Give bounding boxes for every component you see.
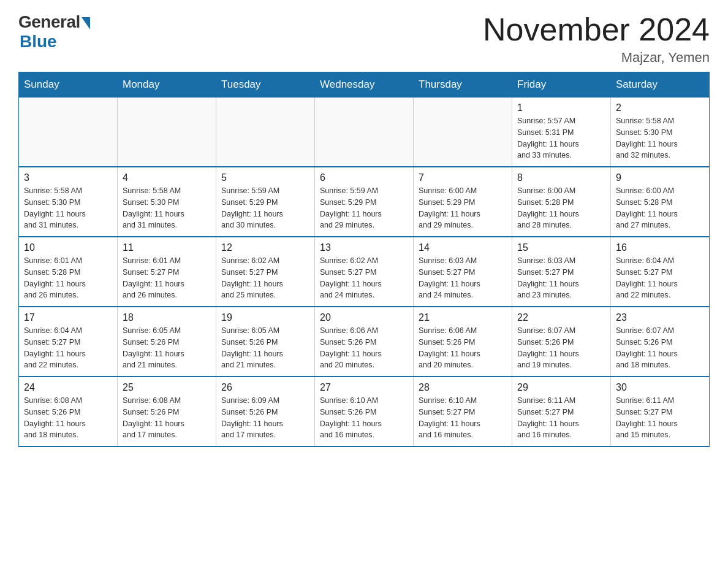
calendar-day-cell: 7Sunrise: 6:00 AM Sunset: 5:29 PM Daylig… <box>414 167 512 237</box>
calendar-day-cell: 29Sunrise: 6:11 AM Sunset: 5:27 PM Dayli… <box>512 377 611 446</box>
day-number: 3 <box>24 172 112 183</box>
day-info: Sunrise: 6:02 AM Sunset: 5:27 PM Dayligh… <box>320 255 408 301</box>
day-info: Sunrise: 5:59 AM Sunset: 5:29 PM Dayligh… <box>221 185 309 231</box>
day-info: Sunrise: 6:10 AM Sunset: 5:27 PM Dayligh… <box>419 395 507 441</box>
calendar-day-cell: 13Sunrise: 6:02 AM Sunset: 5:27 PM Dayli… <box>315 237 414 307</box>
day-number: 30 <box>616 382 704 393</box>
day-info: Sunrise: 6:00 AM Sunset: 5:28 PM Dayligh… <box>616 185 704 231</box>
logo-general-text: General <box>18 12 80 32</box>
day-number: 19 <box>221 312 309 323</box>
day-number: 7 <box>419 172 507 183</box>
day-info: Sunrise: 6:06 AM Sunset: 5:26 PM Dayligh… <box>320 325 408 371</box>
day-number: 4 <box>123 172 211 183</box>
calendar-day-cell: 2Sunrise: 5:58 AM Sunset: 5:30 PM Daylig… <box>611 98 710 167</box>
day-info: Sunrise: 6:00 AM Sunset: 5:29 PM Dayligh… <box>419 185 507 231</box>
day-number: 20 <box>320 312 408 323</box>
day-number: 17 <box>24 312 112 323</box>
calendar-day-cell <box>19 98 118 167</box>
day-info: Sunrise: 6:11 AM Sunset: 5:27 PM Dayligh… <box>517 395 605 441</box>
calendar-day-cell: 3Sunrise: 5:58 AM Sunset: 5:30 PM Daylig… <box>19 167 118 237</box>
day-number: 24 <box>24 382 112 393</box>
day-number: 14 <box>419 242 507 253</box>
calendar-day-cell: 15Sunrise: 6:03 AM Sunset: 5:27 PM Dayli… <box>512 237 611 307</box>
page-header: General Blue November 2024 Majzar, Yemen <box>18 12 710 66</box>
day-number: 13 <box>320 242 408 253</box>
calendar-table: SundayMondayTuesdayWednesdayThursdayFrid… <box>18 72 710 447</box>
calendar-day-cell: 6Sunrise: 5:59 AM Sunset: 5:29 PM Daylig… <box>315 167 414 237</box>
calendar-day-header: Monday <box>118 72 216 98</box>
day-number: 10 <box>24 242 112 253</box>
calendar-week-row: 24Sunrise: 6:08 AM Sunset: 5:26 PM Dayli… <box>19 377 710 446</box>
calendar-day-cell: 9Sunrise: 6:00 AM Sunset: 5:28 PM Daylig… <box>611 167 710 237</box>
calendar-day-header: Friday <box>512 72 611 98</box>
logo: General Blue <box>18 12 90 52</box>
calendar-day-cell: 27Sunrise: 6:10 AM Sunset: 5:26 PM Dayli… <box>315 377 414 446</box>
calendar-day-cell <box>414 98 512 167</box>
calendar-day-cell: 21Sunrise: 6:06 AM Sunset: 5:26 PM Dayli… <box>414 307 512 377</box>
day-number: 25 <box>123 382 211 393</box>
calendar-day-header: Sunday <box>19 72 118 98</box>
day-info: Sunrise: 6:03 AM Sunset: 5:27 PM Dayligh… <box>517 255 605 301</box>
calendar-week-row: 3Sunrise: 5:58 AM Sunset: 5:30 PM Daylig… <box>19 167 710 237</box>
calendar-day-header: Tuesday <box>216 72 315 98</box>
calendar-day-cell <box>216 98 315 167</box>
calendar-day-cell: 25Sunrise: 6:08 AM Sunset: 5:26 PM Dayli… <box>118 377 216 446</box>
day-number: 8 <box>517 172 605 183</box>
calendar-day-cell: 4Sunrise: 5:58 AM Sunset: 5:30 PM Daylig… <box>118 167 216 237</box>
calendar-day-cell: 26Sunrise: 6:09 AM Sunset: 5:26 PM Dayli… <box>216 377 315 446</box>
day-number: 9 <box>616 172 704 183</box>
day-info: Sunrise: 5:58 AM Sunset: 5:30 PM Dayligh… <box>24 185 112 231</box>
calendar-day-header: Saturday <box>611 72 710 98</box>
day-info: Sunrise: 6:04 AM Sunset: 5:27 PM Dayligh… <box>24 325 112 371</box>
day-info: Sunrise: 5:57 AM Sunset: 5:31 PM Dayligh… <box>517 115 605 161</box>
day-number: 6 <box>320 172 408 183</box>
logo-blue-text: Blue <box>20 32 57 52</box>
calendar-day-cell <box>315 98 414 167</box>
calendar-day-cell: 19Sunrise: 6:05 AM Sunset: 5:26 PM Dayli… <box>216 307 315 377</box>
day-number: 28 <box>419 382 507 393</box>
day-info: Sunrise: 6:11 AM Sunset: 5:27 PM Dayligh… <box>616 395 704 441</box>
calendar-header-row: SundayMondayTuesdayWednesdayThursdayFrid… <box>19 72 710 98</box>
calendar-day-cell: 23Sunrise: 6:07 AM Sunset: 5:26 PM Dayli… <box>611 307 710 377</box>
day-info: Sunrise: 6:08 AM Sunset: 5:26 PM Dayligh… <box>24 395 112 441</box>
day-info: Sunrise: 6:09 AM Sunset: 5:26 PM Dayligh… <box>221 395 309 441</box>
day-number: 1 <box>517 102 605 113</box>
day-number: 5 <box>221 172 309 183</box>
day-number: 2 <box>616 102 704 113</box>
calendar-day-cell: 24Sunrise: 6:08 AM Sunset: 5:26 PM Dayli… <box>19 377 118 446</box>
calendar-day-cell: 18Sunrise: 6:05 AM Sunset: 5:26 PM Dayli… <box>118 307 216 377</box>
title-section: November 2024 Majzar, Yemen <box>483 12 710 66</box>
calendar-day-cell: 12Sunrise: 6:02 AM Sunset: 5:27 PM Dayli… <box>216 237 315 307</box>
day-info: Sunrise: 5:58 AM Sunset: 5:30 PM Dayligh… <box>616 115 704 161</box>
day-number: 21 <box>419 312 507 323</box>
calendar-day-cell: 28Sunrise: 6:10 AM Sunset: 5:27 PM Dayli… <box>414 377 512 446</box>
day-number: 22 <box>517 312 605 323</box>
day-number: 27 <box>320 382 408 393</box>
calendar-day-cell <box>118 98 216 167</box>
day-info: Sunrise: 6:01 AM Sunset: 5:27 PM Dayligh… <box>123 255 211 301</box>
calendar-day-cell: 17Sunrise: 6:04 AM Sunset: 5:27 PM Dayli… <box>19 307 118 377</box>
day-number: 16 <box>616 242 704 253</box>
day-number: 26 <box>221 382 309 393</box>
calendar-day-cell: 1Sunrise: 5:57 AM Sunset: 5:31 PM Daylig… <box>512 98 611 167</box>
calendar-day-cell: 5Sunrise: 5:59 AM Sunset: 5:29 PM Daylig… <box>216 167 315 237</box>
day-info: Sunrise: 6:08 AM Sunset: 5:26 PM Dayligh… <box>123 395 211 441</box>
calendar-day-cell: 14Sunrise: 6:03 AM Sunset: 5:27 PM Dayli… <box>414 237 512 307</box>
calendar-day-header: Thursday <box>414 72 512 98</box>
calendar-day-header: Wednesday <box>315 72 414 98</box>
day-info: Sunrise: 6:07 AM Sunset: 5:26 PM Dayligh… <box>517 325 605 371</box>
day-info: Sunrise: 6:01 AM Sunset: 5:28 PM Dayligh… <box>24 255 112 301</box>
calendar-day-cell: 22Sunrise: 6:07 AM Sunset: 5:26 PM Dayli… <box>512 307 611 377</box>
location-text: Majzar, Yemen <box>483 50 710 66</box>
calendar-day-cell: 30Sunrise: 6:11 AM Sunset: 5:27 PM Dayli… <box>611 377 710 446</box>
calendar-day-cell: 8Sunrise: 6:00 AM Sunset: 5:28 PM Daylig… <box>512 167 611 237</box>
day-info: Sunrise: 6:05 AM Sunset: 5:26 PM Dayligh… <box>221 325 309 371</box>
day-number: 23 <box>616 312 704 323</box>
day-info: Sunrise: 6:10 AM Sunset: 5:26 PM Dayligh… <box>320 395 408 441</box>
month-title: November 2024 <box>483 12 710 47</box>
day-info: Sunrise: 6:00 AM Sunset: 5:28 PM Dayligh… <box>517 185 605 231</box>
day-number: 15 <box>517 242 605 253</box>
day-info: Sunrise: 5:59 AM Sunset: 5:29 PM Dayligh… <box>320 185 408 231</box>
logo-triangle-icon <box>82 17 90 29</box>
day-info: Sunrise: 6:06 AM Sunset: 5:26 PM Dayligh… <box>419 325 507 371</box>
